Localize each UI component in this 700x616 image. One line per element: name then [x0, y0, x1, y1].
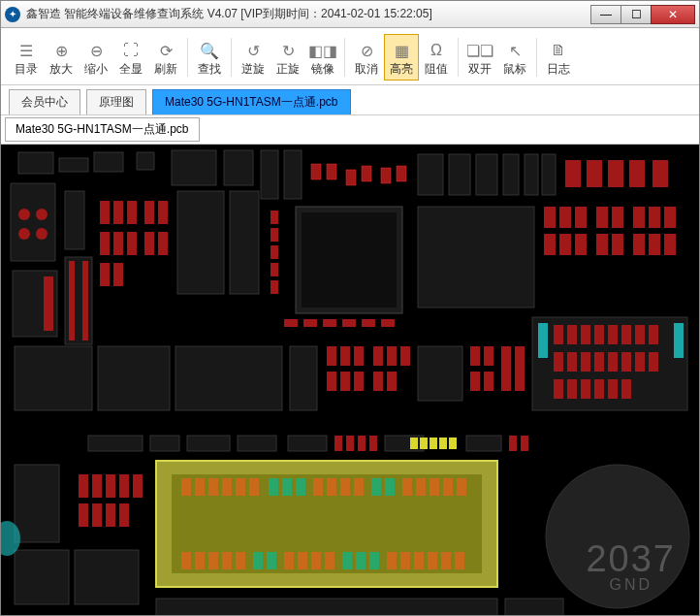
svg-rect-182 [441, 552, 451, 569]
toolbar-cursor[interactable]: ↖鼠标 [497, 34, 532, 81]
svg-rect-163 [457, 478, 466, 496]
svg-rect-89 [373, 372, 383, 391]
maximize-button[interactable]: ☐ [620, 5, 652, 24]
svg-rect-177 [369, 552, 379, 569]
svg-rect-57 [362, 319, 375, 327]
svg-rect-9 [284, 150, 302, 199]
toolbar-zin[interactable]: ⊕放大 [44, 34, 79, 81]
svg-rect-103 [581, 325, 590, 344]
svg-rect-135 [420, 438, 428, 449]
minimize-button[interactable]: — [590, 5, 621, 24]
svg-rect-132 [369, 436, 377, 451]
svg-rect-71 [649, 207, 660, 228]
toolbar-cancel[interactable]: ⊘取消 [349, 34, 384, 81]
svg-rect-66 [596, 207, 608, 228]
svg-rect-105 [608, 325, 618, 344]
svg-rect-3 [59, 158, 88, 172]
svg-rect-39 [127, 232, 137, 255]
svg-rect-75 [664, 234, 676, 255]
toolbar-label: 正旋 [276, 61, 300, 78]
toolbar-label: 高亮 [390, 61, 413, 78]
tab[interactable]: 会员中心 [9, 89, 80, 114]
svg-rect-20 [652, 160, 668, 187]
svg-rect-110 [567, 352, 577, 372]
svg-rect-63 [544, 234, 556, 255]
svg-rect-158 [385, 478, 395, 496]
svg-rect-40 [144, 232, 154, 255]
svg-rect-99 [538, 323, 548, 358]
toolbar-label: 目录 [15, 61, 38, 78]
svg-rect-190 [119, 474, 129, 498]
toolbar-fit[interactable]: ⛶全显 [113, 34, 148, 81]
pcb-canvas[interactable]: 2037 GND [1, 145, 699, 616]
svg-rect-76 [15, 346, 92, 410]
toolbar-highlight[interactable]: ▦高亮 [384, 34, 419, 81]
svg-rect-150 [269, 478, 278, 496]
svg-rect-170 [267, 552, 276, 569]
svg-rect-131 [358, 436, 366, 451]
toolbar-zout[interactable]: ⊖缩小 [79, 34, 113, 81]
toolbar-list[interactable]: ☰目录 [9, 34, 44, 81]
zout-icon: ⊖ [85, 40, 107, 61]
svg-rect-171 [284, 552, 294, 569]
svg-rect-188 [92, 474, 102, 498]
toolbar-label: 鼠标 [503, 61, 526, 78]
svg-rect-145 [195, 478, 205, 496]
svg-rect-14 [525, 154, 538, 195]
svg-rect-15 [542, 154, 556, 195]
svg-rect-78 [175, 346, 282, 410]
svg-rect-47 [302, 212, 397, 308]
svg-rect-162 [443, 478, 453, 496]
tab[interactable]: 原理图 [86, 89, 146, 114]
svg-rect-67 [612, 207, 623, 228]
svg-rect-4 [94, 152, 123, 172]
svg-rect-186 [75, 550, 139, 604]
toolbar: ☰目录⊕放大⊖缩小⛶全显⟳刷新🔍查找↺逆旋↻正旋◧◨镜像⊘取消▦高亮Ω阻值❏❏双… [1, 28, 699, 85]
toolbar-label: 放大 [49, 61, 73, 78]
toolbar-ohm[interactable]: Ω阻值 [419, 34, 454, 81]
svg-rect-100 [674, 323, 684, 358]
refresh-icon: ⟳ [155, 40, 176, 61]
svg-rect-7 [224, 150, 253, 185]
svg-rect-96 [501, 346, 511, 391]
svg-rect-48 [270, 211, 278, 224]
toolbar-search[interactable]: 🔍查找 [192, 34, 227, 81]
svg-rect-8 [261, 150, 278, 199]
toolbar-label: 逆旋 [241, 61, 265, 78]
svg-rect-68 [596, 234, 608, 255]
toolbar-log[interactable]: 🗎日志 [541, 34, 576, 81]
svg-rect-19 [629, 160, 645, 187]
svg-rect-114 [621, 352, 631, 372]
app-icon [5, 7, 20, 22]
svg-point-22 [18, 209, 30, 220]
svg-rect-161 [430, 478, 439, 496]
toolbar-refresh[interactable]: ⟳刷新 [148, 34, 183, 81]
svg-rect-199 [505, 599, 563, 616]
toolbar-dual[interactable]: ❏❏双开 [462, 34, 497, 81]
svg-rect-92 [470, 346, 480, 366]
svg-rect-77 [98, 346, 170, 410]
toolbar-label: 缩小 [84, 61, 108, 78]
file-tab-row: Mate30 5G-HN1TASM一点通.pcb [1, 115, 699, 145]
svg-rect-81 [340, 346, 350, 366]
close-button[interactable]: ✕ [651, 5, 695, 24]
svg-rect-129 [334, 436, 342, 451]
svg-point-23 [36, 209, 48, 220]
svg-rect-165 [195, 552, 205, 569]
cw-icon: ↻ [277, 40, 299, 61]
svg-rect-30 [69, 261, 75, 340]
svg-rect-128 [288, 436, 327, 451]
svg-rect-166 [208, 552, 218, 569]
svg-rect-88 [400, 346, 410, 366]
svg-rect-52 [270, 280, 278, 294]
file-tab[interactable]: Mate30 5G-HN1TASM一点通.pcb [5, 117, 200, 142]
toolbar-ccw[interactable]: ↺逆旋 [236, 34, 270, 81]
svg-rect-155 [340, 478, 350, 496]
svg-rect-194 [106, 503, 115, 527]
toolbar-mirror[interactable]: ◧◨镜像 [305, 34, 340, 81]
svg-rect-32 [100, 201, 110, 224]
svg-rect-119 [581, 379, 590, 399]
tab[interactable]: Mate30 5G-HN1TASM一点通.pcb [152, 89, 351, 114]
toolbar-cw[interactable]: ↻正旋 [270, 34, 305, 81]
ccw-icon: ↺ [242, 40, 264, 61]
